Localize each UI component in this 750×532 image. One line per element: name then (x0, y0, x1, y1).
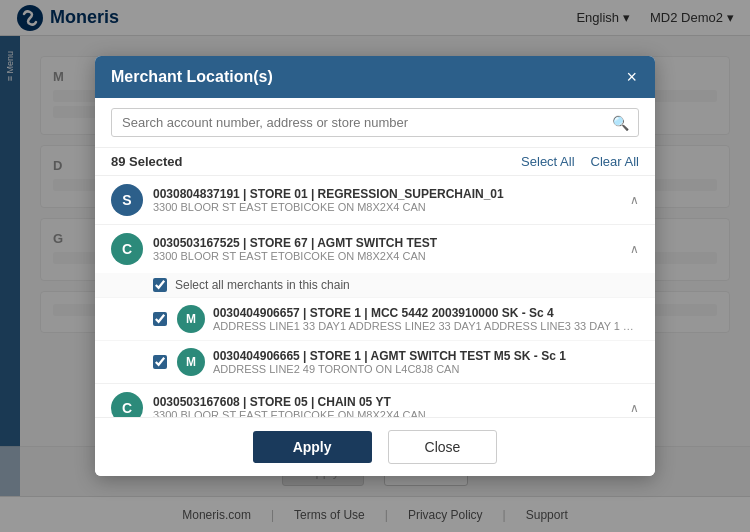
chain-address-2: 3300 BLOOR ST EAST ETOBICOKE ON M8X2X4 C… (153, 409, 622, 417)
modal-title: Merchant Location(s) (111, 68, 273, 86)
modal-close-button[interactable]: × (624, 68, 639, 86)
select-all-button[interactable]: Select All (521, 154, 574, 169)
merchant-name-1-1: 0030404906665 | STORE 1 | AGMT SWITCH TE… (213, 349, 639, 363)
modal-overlay: Merchant Location(s) × 🔍 89 Selected Sel… (0, 0, 750, 532)
merchant-info-1-1: 0030404906665 | STORE 1 | AGMT SWITCH TE… (213, 349, 639, 375)
chain-group-2: C0030503167608 | STORE 05 | CHAIN 05 YT3… (95, 384, 655, 417)
modal-footer: Apply Close (95, 417, 655, 476)
selection-bar: 89 Selected Select All Clear All (95, 148, 655, 176)
chain-name-0: 0030804837191 | STORE 01 | REGRESSION_SU… (153, 187, 622, 201)
chain-name-2: 0030503167608 | STORE 05 | CHAIN 05 YT (153, 395, 622, 409)
merchant-address-1-1: ADDRESS LINE2 49 TORONTO ON L4C8J8 CAN (213, 363, 639, 375)
clear-all-button[interactable]: Clear All (591, 154, 639, 169)
select-all-row-1: Select all merchants in this chain (95, 273, 655, 297)
modal-apply-button[interactable]: Apply (253, 431, 372, 463)
chain-header-0[interactable]: S0030804837191 | STORE 01 | REGRESSION_S… (95, 176, 655, 224)
chain-chevron-icon-1: ∧ (630, 242, 639, 256)
chain-address-0: 3300 BLOOR ST EAST ETOBICOKE ON M8X2X4 C… (153, 201, 622, 213)
chain-chevron-icon-0: ∧ (630, 193, 639, 207)
select-all-checkbox-1[interactable] (153, 278, 167, 292)
chain-group-1: C0030503167525 | STORE 67 | AGMT SWITCH … (95, 225, 655, 384)
chain-info-0: 0030804837191 | STORE 01 | REGRESSION_SU… (153, 187, 622, 213)
chain-name-1: 0030503167525 | STORE 67 | AGMT SWITCH T… (153, 236, 622, 250)
chain-avatar-2: C (111, 392, 143, 417)
merchant-checkbox-1-0[interactable] (153, 312, 167, 326)
modal-search: 🔍 (95, 98, 655, 148)
chain-address-1: 3300 BLOOR ST EAST ETOBICOKE ON M8X2X4 C… (153, 250, 622, 262)
chain-header-2[interactable]: C0030503167608 | STORE 05 | CHAIN 05 YT3… (95, 384, 655, 417)
selection-count: 89 Selected (111, 154, 183, 169)
chain-avatar-1: C (111, 233, 143, 265)
selection-actions: Select All Clear All (521, 154, 639, 169)
merchant-info-1-0: 0030404906657 | STORE 1 | MCC 5442 20039… (213, 306, 639, 332)
select-all-label-1: Select all merchants in this chain (175, 278, 350, 292)
chain-header-1[interactable]: C0030503167525 | STORE 67 | AGMT SWITCH … (95, 225, 655, 273)
chain-info-1: 0030503167525 | STORE 67 | AGMT SWITCH T… (153, 236, 622, 262)
merchant-name-1-0: 0030404906657 | STORE 1 | MCC 5442 20039… (213, 306, 639, 320)
search-icon: 🔍 (612, 115, 629, 131)
modal-header: Merchant Location(s) × (95, 56, 655, 98)
modal-close-btn[interactable]: Close (388, 430, 498, 464)
merchant-item-1-1: M0030404906665 | STORE 1 | AGMT SWITCH T… (95, 340, 655, 383)
merchant-locations-modal: Merchant Location(s) × 🔍 89 Selected Sel… (95, 56, 655, 476)
merchant-checkbox-1-1[interactable] (153, 355, 167, 369)
merchant-avatar-1-0: M (177, 305, 205, 333)
chain-info-2: 0030503167608 | STORE 05 | CHAIN 05 YT33… (153, 395, 622, 417)
merchant-address-1-0: ADDRESS LINE1 33 DAY1 ADDRESS LINE2 33 D… (213, 320, 639, 332)
chain-group-0: S0030804837191 | STORE 01 | REGRESSION_S… (95, 176, 655, 225)
merchant-list[interactable]: S0030804837191 | STORE 01 | REGRESSION_S… (95, 176, 655, 417)
search-input[interactable] (111, 108, 639, 137)
chain-chevron-icon-2: ∧ (630, 401, 639, 415)
merchant-item-1-0: M0030404906657 | STORE 1 | MCC 5442 2003… (95, 297, 655, 340)
chain-avatar-0: S (111, 184, 143, 216)
merchant-avatar-1-1: M (177, 348, 205, 376)
